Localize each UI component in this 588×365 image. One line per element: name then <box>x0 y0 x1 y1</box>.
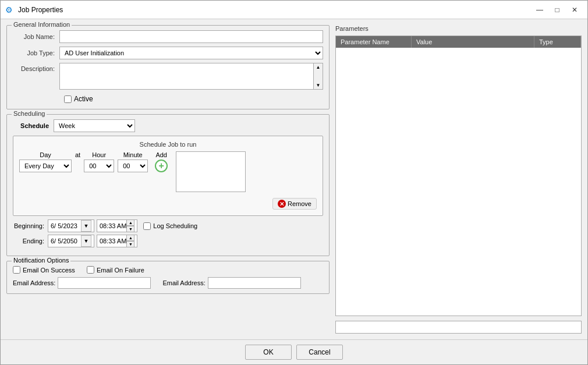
right-panel: Parameters Parameter Name Value Type <box>335 25 582 334</box>
job-type-select[interactable]: AD User Initialization <box>59 47 323 59</box>
schedule-controls: Day Every Day Monday Tuesday Wednesday T… <box>19 151 317 192</box>
job-properties-window: ⚙ Job Properties — □ ✕ General Informati… <box>0 0 588 365</box>
email-address-failure-input[interactable] <box>208 277 301 289</box>
schedule-label: Schedule <box>13 122 54 129</box>
scheduling-title: Scheduling <box>12 110 47 117</box>
ending-time-down[interactable]: ▼ <box>126 241 134 247</box>
log-scheduling-check: Log Scheduling <box>143 222 197 230</box>
day-control: Day Every Day Monday Tuesday Wednesday T… <box>19 151 72 172</box>
parameters-label: Parameters <box>335 25 582 32</box>
ending-time-spinner: ▲ ▼ <box>126 235 134 247</box>
active-row: Active <box>64 95 323 103</box>
job-type-row: Job Type: AD User Initialization <box>13 47 323 59</box>
email-address-success-label: Email Address: <box>13 279 55 286</box>
minimize-button[interactable]: — <box>532 3 548 16</box>
day-select[interactable]: Every Day Monday Tuesday Wednesday Thurs… <box>19 160 72 172</box>
general-information-group: General Information Job Name: Job Type: … <box>6 25 330 109</box>
email-success-check: Email On Success <box>13 266 75 274</box>
active-label: Active <box>74 95 93 103</box>
notification-checkboxes-row: Email On Success Email On Failure <box>13 266 323 274</box>
parameters-header: Parameter Name Value Type <box>336 36 581 48</box>
notification-options-title: Notification Options <box>12 257 70 264</box>
schedule-row: Schedule Week Day Month <box>13 119 323 132</box>
scheduling-group: Scheduling Schedule Week Day Month Sched… <box>6 114 330 256</box>
beginning-time-value: 08:33 AM <box>100 222 126 229</box>
beginning-row: Beginning: 6/ 5/2023 ▼ 08:33 AM ▲ ▼ <box>13 219 323 232</box>
hour-select[interactable]: 00010203 04050607 0809101112 <box>84 160 114 172</box>
ending-time-up[interactable]: ▲ <box>126 235 134 241</box>
remove-button[interactable]: ✕ Remove <box>272 198 317 210</box>
schedule-select[interactable]: Week Day Month <box>54 119 135 132</box>
hour-label: Hour <box>92 151 106 158</box>
left-panel: General Information Job Name: Job Type: … <box>6 25 330 334</box>
add-button[interactable]: + <box>155 160 168 172</box>
job-type-label: Job Type: <box>13 49 59 56</box>
email-address-success-input[interactable] <box>58 277 151 289</box>
notification-address-row: Email Address: Email Address: <box>13 277 323 289</box>
add-button-group: Add + <box>155 151 168 172</box>
job-name-label: Job Name: <box>13 33 59 40</box>
beginning-time-down[interactable]: ▼ <box>126 226 134 232</box>
beginning-time-spinner: ▲ ▼ <box>126 219 134 232</box>
day-label: Day <box>40 151 51 158</box>
footer: OK Cancel <box>1 339 587 364</box>
inner-schedule-title: Schedule Job to run <box>19 141 317 148</box>
job-name-input[interactable] <box>59 30 323 43</box>
general-information-title: General Information <box>12 21 72 28</box>
email-failure-checkbox[interactable] <box>87 266 94 274</box>
email-address-success: Email Address: <box>13 277 151 289</box>
ending-calendar-button[interactable]: ▼ <box>81 235 91 247</box>
minute-label: Minute <box>123 151 143 158</box>
parameters-table: Parameter Name Value Type <box>335 36 582 316</box>
description-label: Description: <box>13 63 59 72</box>
param-name-header: Parameter Name <box>336 36 412 48</box>
param-type-header: Type <box>534 36 581 48</box>
add-label: Add <box>155 151 167 158</box>
job-name-row: Job Name: <box>13 30 323 43</box>
log-scheduling-checkbox[interactable] <box>143 222 151 230</box>
ending-time: 08:33 AM ▲ ▼ <box>97 235 137 247</box>
active-checkbox[interactable] <box>64 95 72 103</box>
title-bar: ⚙ Job Properties — □ ✕ <box>1 1 587 19</box>
email-address-failure-label: Email Address: <box>162 279 205 286</box>
beginning-date-value: 6/ 5/2023 <box>51 222 77 229</box>
inner-schedule-group: Schedule Job to run Day Every Day Monday… <box>13 136 323 216</box>
ending-label: Ending: <box>13 238 48 244</box>
schedule-list[interactable] <box>176 151 246 192</box>
beginning-date[interactable]: 6/ 5/2023 ▼ <box>48 219 94 232</box>
maximize-button[interactable]: □ <box>549 3 565 16</box>
email-failure-check: Email On Failure <box>87 266 144 274</box>
title-bar-buttons: — □ ✕ <box>532 3 583 16</box>
parameters-input[interactable] <box>335 321 582 334</box>
email-success-checkbox[interactable] <box>13 266 20 274</box>
email-address-failure: Email Address: <box>162 277 300 289</box>
beginning-time-up[interactable]: ▲ <box>126 219 134 226</box>
log-scheduling-label: Log Scheduling <box>153 222 197 229</box>
description-wrapper: ▲ ▼ <box>59 63 323 91</box>
remove-icon: ✕ <box>278 200 286 208</box>
description-input[interactable] <box>59 63 314 90</box>
parameters-body <box>336 48 581 281</box>
email-failure-label: Email On Failure <box>97 267 144 274</box>
close-button[interactable]: ✕ <box>566 3 583 16</box>
ending-time-value: 08:33 AM <box>100 238 126 244</box>
remove-label: Remove <box>288 200 311 207</box>
minute-select[interactable]: 00153045 <box>118 160 148 172</box>
cancel-button[interactable]: Cancel <box>296 345 343 360</box>
ending-date[interactable]: 6/ 5/2050 ▼ <box>48 235 94 247</box>
email-success-label: Email On Success <box>23 267 75 274</box>
beginning-label: Beginning: <box>13 222 48 229</box>
ending-row: Ending: 6/ 5/2050 ▼ 08:33 AM ▲ ▼ <box>13 235 323 247</box>
begin-end-section: Beginning: 6/ 5/2023 ▼ 08:33 AM ▲ ▼ <box>13 219 323 247</box>
window-title: Job Properties <box>18 6 532 14</box>
param-value-header: Value <box>412 36 534 48</box>
hour-control: Hour 00010203 04050607 0809101112 <box>84 151 114 172</box>
beginning-calendar-button[interactable]: ▼ <box>81 220 91 232</box>
main-content: General Information Job Name: Job Type: … <box>1 19 587 339</box>
description-scrollbar[interactable]: ▲ ▼ <box>314 63 323 90</box>
description-row: Description: ▲ ▼ <box>13 63 323 91</box>
beginning-time: 08:33 AM ▲ ▼ <box>97 219 137 232</box>
at-label: at <box>75 151 80 160</box>
at-label-wrapper: at <box>75 151 80 162</box>
ok-button[interactable]: OK <box>245 345 292 360</box>
